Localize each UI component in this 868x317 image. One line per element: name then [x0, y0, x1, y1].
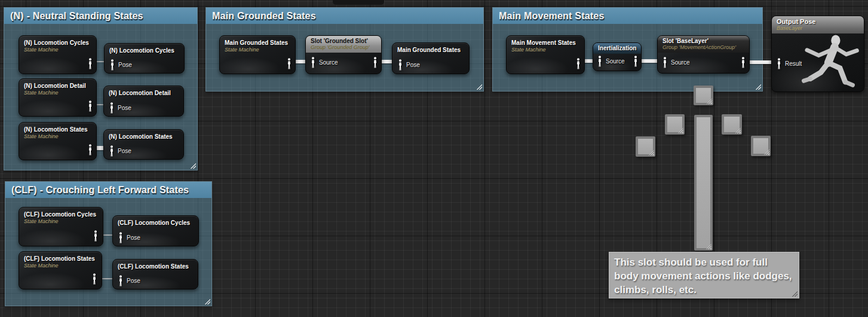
resize-handle-icon[interactable]	[204, 298, 210, 304]
node-title: (CLF) Locomotion Cycles	[19, 208, 103, 218]
comment-header[interactable]: (N) - Neutral Standing States	[4, 8, 197, 24]
node-title: (N) Locomotion States	[19, 123, 96, 133]
node-subtitle: State Machine	[220, 46, 295, 53]
output-pose-pin[interactable]	[576, 58, 581, 69]
result-input-pin[interactable]: Result	[777, 58, 802, 69]
comment-header[interactable]: (CLF) - Crouching Left Forward States	[5, 182, 211, 198]
output-pose-pin[interactable]	[287, 58, 292, 69]
person-icon	[287, 58, 292, 69]
node-subtitle: Group 'Grounded Group'	[311, 44, 376, 50]
pose-input-pin[interactable]: Pose	[110, 59, 132, 71]
output-pose-pin[interactable]	[88, 144, 93, 156]
person-icon	[741, 57, 746, 68]
node-output-pose[interactable]: Output Pose BaseLayer Result	[771, 16, 864, 92]
pose-input-pin[interactable]: Pose	[109, 145, 131, 157]
person-icon	[88, 100, 93, 112]
node-subtitle: State Machine	[19, 218, 103, 224]
person-icon	[109, 102, 114, 114]
collapsed-comment[interactable]	[665, 114, 685, 135]
node-sm-n-locomotion-detail[interactable]: (N) Locomotion Detail State Machine	[19, 78, 97, 117]
offscreen-node-edge	[333, 0, 384, 5]
pin-label: Pose	[127, 234, 140, 241]
node-sm-n-locomotion-cycles[interactable]: (N) Locomotion Cycles State Machine	[19, 35, 97, 74]
output-pose-pin[interactable]	[741, 57, 746, 68]
person-icon	[88, 144, 93, 156]
mannequin-figure-icon	[798, 34, 863, 92]
collapsed-comment-tall[interactable]	[694, 115, 713, 251]
pin-label: Source	[606, 58, 625, 65]
comment-slot-note[interactable]: This slot should be used for full body m…	[609, 252, 799, 298]
node-cache-clf-locomotion-states[interactable]: (CLF) Locomotion States Pose	[112, 259, 198, 289]
person-icon	[311, 57, 315, 68]
person-icon	[118, 275, 123, 286]
node-title: Main Movement States	[507, 36, 584, 46]
output-pose-pin[interactable]	[373, 57, 378, 68]
pin-label: Source	[671, 59, 690, 66]
output-pose-pin[interactable]	[88, 58, 93, 69]
pin-label: Pose	[118, 62, 132, 68]
node-cache-n-locomotion-states[interactable]: (N) Locomotion States Pose	[103, 129, 184, 160]
output-pose-pin[interactable]	[633, 56, 638, 67]
person-icon	[92, 273, 97, 285]
node-sm-n-locomotion-states[interactable]: (N) Locomotion States State Machine	[19, 122, 97, 160]
pose-input-pin[interactable]: Pose	[118, 275, 140, 286]
collapsed-comment[interactable]	[636, 136, 655, 157]
pose-input-pin[interactable]: Pose	[398, 59, 420, 71]
node-sm-clf-locomotion-cycles[interactable]: (CLF) Locomotion Cycles State Machine	[19, 207, 103, 246]
node-subtitle: State Machine	[507, 46, 584, 53]
person-icon	[110, 59, 115, 71]
node-subtitle: State Machine	[19, 89, 96, 96]
node-sm-clf-locomotion-states[interactable]: (CLF) Locomotion States State Machine	[19, 251, 102, 289]
collapsed-comment[interactable]	[694, 86, 713, 105]
node-cache-main-grounded-states[interactable]: Main Grounded States Pose	[392, 42, 470, 74]
collapsed-comment-body	[696, 88, 711, 103]
node-header: Slot 'Grounded Slot' Group 'Grounded Gro…	[306, 36, 381, 53]
output-pose-pin[interactable]	[93, 230, 98, 242]
pin-label: Pose	[406, 62, 420, 68]
collapsed-comment-body	[753, 138, 768, 154]
collapsed-comment[interactable]	[751, 136, 771, 156]
node-slot-baselayer[interactable]: Slot 'BaseLayer' Group 'MovementActionGr…	[657, 35, 750, 74]
comment-title: Main Grounded States	[212, 11, 316, 22]
node-title: Inertialization	[598, 45, 636, 51]
node-cache-n-locomotion-cycles[interactable]: (N) Locomotion Cycles Pose	[104, 43, 185, 74]
animgraph-canvas[interactable]: (N) - Neutral Standing States Main Groun…	[0, 0, 868, 317]
source-input-pin[interactable]: Source	[311, 57, 338, 68]
pin-label: Pose	[118, 105, 131, 111]
node-slot-grounded-slot[interactable]: Slot 'Grounded Slot' Group 'Grounded Gro…	[305, 35, 382, 74]
node-cache-clf-locomotion-cycles[interactable]: (CLF) Locomotion Cycles Pose	[112, 215, 199, 246]
collapsed-comment-body	[638, 139, 653, 154]
node-title: (CLF) Locomotion Cycles	[113, 216, 198, 226]
comment-title: (N) - Neutral Standing States	[10, 11, 143, 22]
pin-label: Pose	[118, 148, 131, 154]
node-subtitle: State Machine	[19, 262, 102, 269]
node-sm-main-movement-states[interactable]: Main Movement States State Machine	[506, 35, 585, 74]
node-title: Main Grounded States	[220, 36, 295, 46]
source-input-pin[interactable]: Source	[662, 57, 690, 68]
node-title: (N) Locomotion Detail	[104, 86, 183, 96]
person-icon	[88, 58, 93, 69]
resize-handle-icon[interactable]	[754, 83, 761, 90]
pose-input-pin[interactable]: Pose	[109, 102, 131, 114]
pin-label: Pose	[127, 278, 140, 284]
output-pose-pin[interactable]	[92, 273, 97, 285]
node-subtitle: State Machine	[19, 133, 96, 139]
node-title: (CLF) Locomotion States	[113, 260, 198, 270]
resize-handle-icon[interactable]	[189, 162, 196, 169]
collapsed-comment[interactable]	[722, 114, 742, 135]
resize-handle-icon[interactable]	[476, 83, 482, 90]
node-sm-main-grounded-states[interactable]: Main Grounded States State Machine	[219, 35, 296, 74]
collapsed-comment-body	[724, 117, 740, 132]
node-cache-n-locomotion-detail[interactable]: (N) Locomotion Detail Pose	[103, 86, 184, 117]
person-icon	[662, 57, 667, 68]
source-input-pin[interactable]: Source	[597, 56, 625, 67]
comment-header[interactable]: Main Movement States	[493, 8, 762, 24]
node-title: (N) Locomotion Cycles	[105, 44, 184, 54]
note-text: This slot should be used for full body m…	[614, 255, 794, 297]
output-pose-pin[interactable]	[88, 100, 93, 112]
node-inertialization[interactable]: Inertialization Source	[593, 42, 642, 71]
pose-input-pin[interactable]: Pose	[118, 232, 140, 243]
comment-header[interactable]: Main Grounded States	[206, 8, 483, 24]
pin-label: Source	[319, 59, 338, 66]
person-icon	[597, 56, 602, 67]
